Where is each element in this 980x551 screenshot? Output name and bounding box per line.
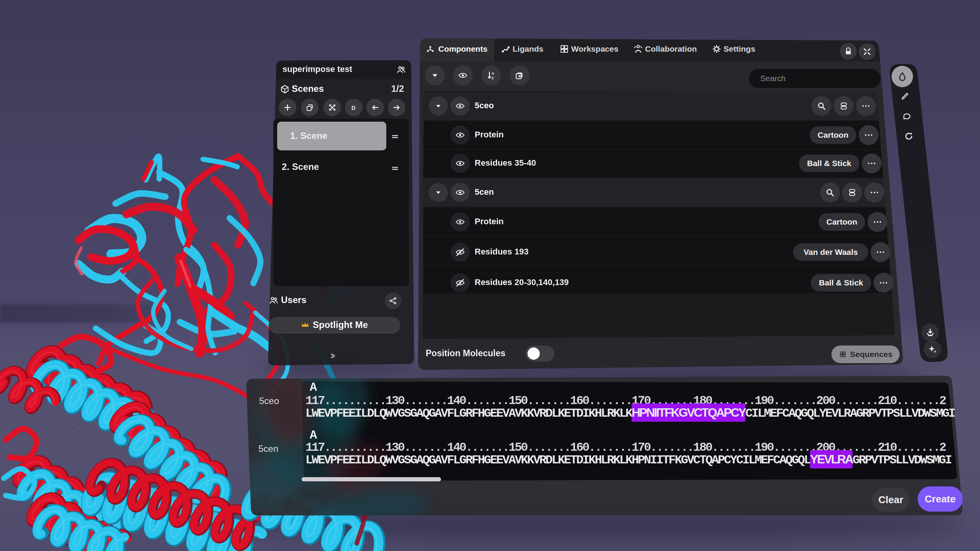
svg-text:D: D — [351, 104, 356, 111]
